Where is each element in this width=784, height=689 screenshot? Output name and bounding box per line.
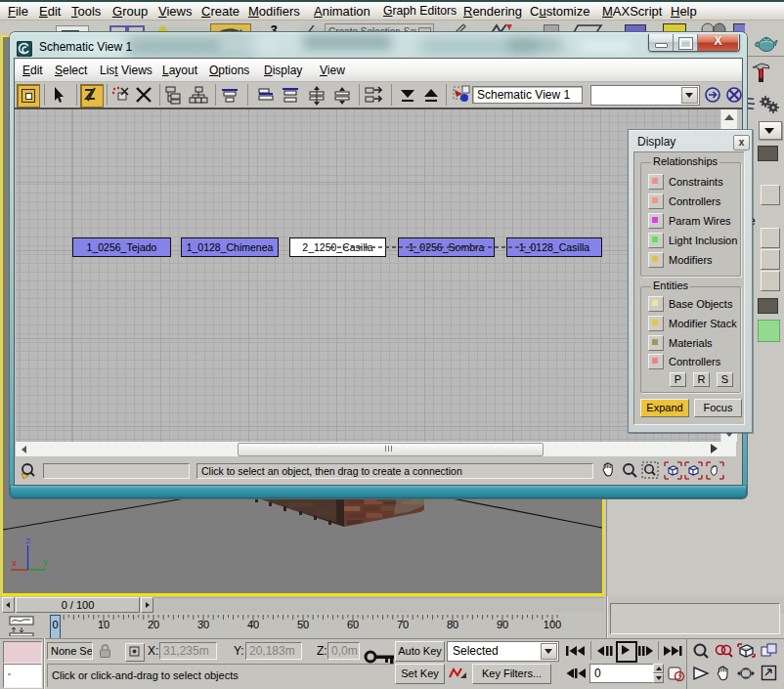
svg-text:x: x: [12, 559, 17, 569]
svg-text:y: y: [43, 558, 49, 568]
svg-text:z: z: [25, 537, 30, 546]
